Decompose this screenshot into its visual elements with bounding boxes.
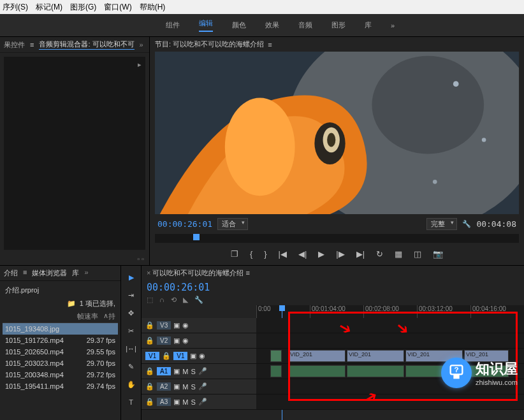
lock-icon[interactable]: 🔒 [145, 398, 154, 406]
tab-audio[interactable]: 音频 [298, 20, 312, 30]
project-item[interactable]: 1015_195411.mp4 29.74 fps [3, 380, 118, 392]
col-framerate[interactable]: 帧速率 [5, 312, 103, 321]
eye-icon[interactable]: ◉ [182, 321, 189, 329]
go-end-button[interactable]: ▶| [356, 249, 365, 259]
menu-help[interactable]: 帮助(H) [140, 2, 166, 13]
toggle-output[interactable]: ▣ [173, 398, 180, 406]
mark-in-button[interactable]: ❐ [231, 249, 238, 259]
time-ruler[interactable]: 0:00 00:01:04:00 00:02:08:00 00:03:12:00… [256, 305, 524, 318]
toggle-output[interactable]: ▣ [173, 337, 180, 345]
menu-sequence[interactable]: 序列(S) [3, 2, 28, 13]
mute-button[interactable]: M [182, 383, 188, 391]
go-start-button[interactable]: |◀ [279, 249, 287, 259]
col-duration[interactable]: 持 [108, 312, 115, 321]
snap-icon[interactable]: ⬚ [147, 296, 153, 304]
audio-mixer-tab[interactable]: 音频剪辑混合器: 可以吃和不可 [39, 40, 134, 50]
step-back-button[interactable]: ◀| [298, 249, 307, 259]
track-tag[interactable]: V3 [157, 321, 171, 329]
panel-overflow[interactable]: » [140, 41, 143, 48]
solo-button[interactable]: S [191, 383, 195, 391]
clip[interactable]: VID_201 [288, 350, 346, 362]
tab-assembly[interactable]: 组件 [166, 20, 180, 30]
clip[interactable]: VID_201 [347, 350, 404, 362]
slip-tool[interactable]: |↔| [125, 342, 138, 355]
razor-tool[interactable]: ✂ [125, 324, 138, 337]
wrench-icon[interactable]: 🔧 [462, 220, 471, 228]
step-fwd-button[interactable]: |▶ [336, 249, 344, 259]
track-content[interactable] [256, 333, 524, 348]
tab-color[interactable]: 颜色 [232, 20, 246, 30]
media-browser-tab[interactable]: 媒体浏览器 [32, 268, 67, 278]
loop-button[interactable]: ↻ [376, 249, 383, 259]
tab-graphics[interactable]: 图形 [331, 20, 346, 30]
voice-icon[interactable]: 🎤 [198, 382, 207, 391]
project-item[interactable]: 1015_191726.mp4 29.37 fps [3, 335, 118, 346]
toggle-output[interactable]: ▣ [173, 321, 180, 329]
track-tag[interactable]: A3 [157, 398, 171, 406]
tab-library[interactable]: 库 [365, 20, 372, 30]
track-tag[interactable]: A1 [157, 367, 171, 375]
tab-edit[interactable]: 编辑 [199, 18, 213, 32]
lock-icon[interactable]: 🔒 [162, 352, 171, 360]
playhead-icon[interactable] [193, 234, 200, 240]
toggle-output[interactable]: ▣ [173, 367, 180, 375]
program-monitor[interactable] [155, 52, 519, 214]
voice-icon[interactable]: 🎤 [198, 367, 207, 375]
type-tool[interactable]: T [125, 396, 138, 409]
project-item[interactable]: 1015_193408.jpg [3, 323, 118, 335]
lock-icon[interactable]: 🔒 [145, 367, 154, 375]
pen-tool[interactable]: ✎ [125, 360, 138, 373]
project-item[interactable]: 1015_202650.mp4 29.55 fps [3, 346, 118, 358]
panel-menu-icon[interactable]: ≡ [268, 41, 272, 48]
ripple-tool[interactable]: ✥ [125, 307, 138, 319]
mute-button[interactable]: M [182, 398, 188, 406]
project-tab[interactable]: 介绍 [4, 268, 18, 278]
snapshot-button[interactable]: ◫ [414, 249, 421, 259]
timeline-timecode[interactable]: 00:00:26:01 [142, 280, 524, 294]
eye-icon[interactable]: ◉ [199, 352, 205, 360]
menu-mark[interactable]: 标记(M) [36, 2, 62, 13]
quality-dropdown[interactable]: 完整 [426, 218, 457, 230]
solo-button[interactable]: S [191, 398, 195, 406]
library-tab[interactable]: 库 [72, 268, 79, 278]
solo-button[interactable]: S [191, 368, 195, 375]
link-icon[interactable]: ⟲ [171, 296, 177, 304]
clip[interactable] [288, 365, 346, 377]
clip[interactable] [270, 350, 282, 362]
project-item[interactable]: 1015_203023.mp4 29.70 fps [3, 358, 118, 369]
panel-menu-icon[interactable]: ≡ [30, 41, 34, 48]
magnet-icon[interactable]: ∩ [159, 296, 164, 304]
menu-graphics[interactable]: 图形(G) [70, 2, 96, 13]
hand-tool[interactable]: ✋ [125, 378, 138, 391]
clip[interactable] [347, 365, 404, 377]
toggle-output[interactable]: ▣ [173, 382, 180, 391]
expand-icon[interactable]: ▸ [138, 61, 142, 69]
export-frame-button[interactable]: ▦ [395, 249, 402, 259]
voice-icon[interactable]: 🎤 [198, 398, 207, 406]
track-select-tool[interactable]: ⇥ [125, 289, 138, 301]
track-tag[interactable]: A2 [157, 382, 171, 391]
tab-effects[interactable]: 效果 [265, 20, 279, 30]
tab-more[interactable]: » [391, 22, 395, 29]
brace-out-button[interactable]: } [264, 249, 266, 259]
camera-icon[interactable]: 📷 [433, 249, 443, 259]
lock-icon[interactable]: 🔒 [145, 337, 154, 345]
lock-icon[interactable]: 🔒 [145, 382, 154, 391]
program-timecode[interactable]: 00:00:26:01 [157, 219, 212, 229]
folder-icon[interactable]: 📁 [67, 300, 76, 308]
panel-overflow[interactable]: » [84, 268, 88, 278]
project-item[interactable]: 1015_200348.mp4 29.72 fps [3, 369, 118, 380]
track-content[interactable] [256, 318, 524, 333]
lock-icon[interactable]: 🔒 [145, 321, 154, 329]
mute-button[interactable]: M [182, 368, 188, 375]
track-content[interactable] [256, 395, 524, 409]
menu-window[interactable]: 窗口(W) [104, 2, 131, 13]
marker-icon[interactable]: ◣ [183, 296, 188, 304]
play-button[interactable]: ▶ [318, 249, 324, 259]
toggle-output[interactable]: ▣ [190, 352, 196, 360]
track-tag[interactable]: V2 [157, 337, 171, 345]
source-patch[interactable]: V1 [145, 352, 159, 360]
track-tag[interactable]: V1 [173, 352, 187, 360]
selection-tool[interactable]: ▶ [125, 271, 138, 284]
clip[interactable] [270, 365, 282, 377]
